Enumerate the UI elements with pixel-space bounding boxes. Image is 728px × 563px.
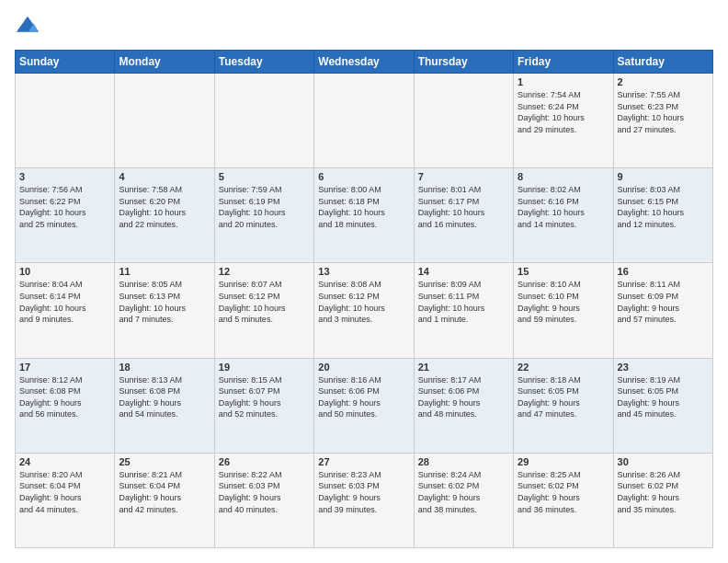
- calendar-week-row: 10Sunrise: 8:04 AM Sunset: 6:14 PM Dayli…: [16, 263, 713, 358]
- calendar-cell: 22Sunrise: 8:18 AM Sunset: 6:05 PM Dayli…: [514, 358, 613, 453]
- day-info: Sunrise: 8:12 AM Sunset: 6:08 PM Dayligh…: [19, 374, 110, 420]
- calendar-cell: 20Sunrise: 8:16 AM Sunset: 6:06 PM Dayli…: [314, 358, 414, 453]
- page: SundayMondayTuesdayWednesdayThursdayFrid…: [0, 0, 728, 563]
- calendar-cell: 30Sunrise: 8:26 AM Sunset: 6:02 PM Dayli…: [613, 453, 712, 547]
- day-info: Sunrise: 8:15 AM Sunset: 6:07 PM Dayligh…: [219, 374, 310, 420]
- day-of-week-header: Saturday: [613, 51, 712, 74]
- calendar-week-row: 24Sunrise: 8:20 AM Sunset: 6:04 PM Dayli…: [16, 453, 713, 547]
- day-info: Sunrise: 8:17 AM Sunset: 6:06 PM Dayligh…: [418, 374, 509, 420]
- calendar-cell: 9Sunrise: 8:03 AM Sunset: 6:15 PM Daylig…: [613, 168, 712, 263]
- day-number: 13: [318, 266, 409, 277]
- calendar-cell: 14Sunrise: 8:09 AM Sunset: 6:11 PM Dayli…: [414, 263, 513, 358]
- day-of-week-header: Wednesday: [314, 51, 414, 74]
- day-number: 2: [618, 76, 709, 87]
- day-of-week-header: Thursday: [414, 51, 513, 74]
- day-info: Sunrise: 8:24 AM Sunset: 6:02 PM Dayligh…: [418, 469, 509, 515]
- calendar-cell: 15Sunrise: 8:10 AM Sunset: 6:10 PM Dayli…: [514, 263, 613, 358]
- day-number: 3: [19, 171, 110, 182]
- calendar-cell: 3Sunrise: 7:56 AM Sunset: 6:22 PM Daylig…: [16, 168, 115, 263]
- day-info: Sunrise: 8:11 AM Sunset: 6:09 PM Dayligh…: [618, 279, 709, 325]
- day-number: 28: [418, 456, 509, 467]
- day-info: Sunrise: 8:21 AM Sunset: 6:04 PM Dayligh…: [119, 469, 210, 515]
- day-info: Sunrise: 8:00 AM Sunset: 6:18 PM Dayligh…: [318, 184, 409, 230]
- day-number: 30: [618, 456, 709, 467]
- day-info: Sunrise: 8:07 AM Sunset: 6:12 PM Dayligh…: [219, 279, 310, 325]
- calendar-cell: 26Sunrise: 8:22 AM Sunset: 6:03 PM Dayli…: [214, 453, 313, 547]
- day-info: Sunrise: 8:19 AM Sunset: 6:05 PM Dayligh…: [618, 374, 709, 420]
- calendar-cell: 13Sunrise: 8:08 AM Sunset: 6:12 PM Dayli…: [314, 263, 414, 358]
- calendar-cell: [314, 74, 414, 168]
- calendar-cell: 29Sunrise: 8:25 AM Sunset: 6:02 PM Dayli…: [514, 453, 613, 547]
- calendar-cell: 5Sunrise: 7:59 AM Sunset: 6:19 PM Daylig…: [214, 168, 313, 263]
- day-number: 29: [518, 456, 609, 467]
- calendar-cell: 27Sunrise: 8:23 AM Sunset: 6:03 PM Dayli…: [314, 453, 414, 547]
- day-number: 26: [219, 456, 310, 467]
- day-info: Sunrise: 8:25 AM Sunset: 6:02 PM Dayligh…: [518, 469, 609, 515]
- calendar-cell: 23Sunrise: 8:19 AM Sunset: 6:05 PM Dayli…: [613, 358, 712, 453]
- day-number: 1: [518, 76, 609, 87]
- day-info: Sunrise: 8:08 AM Sunset: 6:12 PM Dayligh…: [318, 279, 409, 325]
- day-info: Sunrise: 8:04 AM Sunset: 6:14 PM Dayligh…: [19, 279, 110, 325]
- day-number: 4: [119, 171, 210, 182]
- calendar-cell: 17Sunrise: 8:12 AM Sunset: 6:08 PM Dayli…: [16, 358, 115, 453]
- day-info: Sunrise: 8:01 AM Sunset: 6:17 PM Dayligh…: [418, 184, 509, 230]
- calendar-cell: 28Sunrise: 8:24 AM Sunset: 6:02 PM Dayli…: [414, 453, 513, 547]
- day-info: Sunrise: 8:22 AM Sunset: 6:03 PM Dayligh…: [219, 469, 310, 515]
- day-number: 16: [618, 266, 709, 277]
- calendar: SundayMondayTuesdayWednesdayThursdayFrid…: [15, 50, 713, 548]
- day-info: Sunrise: 8:02 AM Sunset: 6:16 PM Dayligh…: [518, 184, 609, 230]
- day-info: Sunrise: 8:09 AM Sunset: 6:11 PM Dayligh…: [418, 279, 509, 325]
- calendar-cell: [115, 74, 214, 168]
- day-number: 27: [318, 456, 409, 467]
- day-number: 7: [418, 171, 509, 182]
- calendar-cell: 16Sunrise: 8:11 AM Sunset: 6:09 PM Dayli…: [613, 263, 712, 358]
- day-of-week-header: Friday: [514, 51, 613, 74]
- day-number: 18: [119, 362, 210, 373]
- calendar-week-row: 17Sunrise: 8:12 AM Sunset: 6:08 PM Dayli…: [16, 358, 713, 453]
- calendar-cell: 21Sunrise: 8:17 AM Sunset: 6:06 PM Dayli…: [414, 358, 513, 453]
- day-number: 22: [518, 362, 609, 373]
- day-info: Sunrise: 8:16 AM Sunset: 6:06 PM Dayligh…: [318, 374, 409, 420]
- day-number: 17: [19, 362, 110, 373]
- day-number: 24: [19, 456, 110, 467]
- calendar-cell: [214, 74, 313, 168]
- calendar-body: 1Sunrise: 7:54 AM Sunset: 6:24 PM Daylig…: [16, 74, 713, 548]
- day-of-week-header: Sunday: [16, 51, 115, 74]
- calendar-cell: 1Sunrise: 7:54 AM Sunset: 6:24 PM Daylig…: [514, 74, 613, 168]
- day-number: 12: [219, 266, 310, 277]
- calendar-cell: 18Sunrise: 8:13 AM Sunset: 6:08 PM Dayli…: [115, 358, 214, 453]
- day-info: Sunrise: 8:05 AM Sunset: 6:13 PM Dayligh…: [119, 279, 210, 325]
- day-number: 11: [119, 266, 210, 277]
- day-number: 20: [318, 362, 409, 373]
- day-info: Sunrise: 7:55 AM Sunset: 6:23 PM Dayligh…: [618, 89, 709, 135]
- day-info: Sunrise: 8:18 AM Sunset: 6:05 PM Dayligh…: [518, 374, 609, 420]
- day-number: 15: [518, 266, 609, 277]
- day-info: Sunrise: 8:26 AM Sunset: 6:02 PM Dayligh…: [618, 469, 709, 515]
- calendar-week-row: 3Sunrise: 7:56 AM Sunset: 6:22 PM Daylig…: [16, 168, 713, 263]
- calendar-cell: 25Sunrise: 8:21 AM Sunset: 6:04 PM Dayli…: [115, 453, 214, 547]
- calendar-cell: 19Sunrise: 8:15 AM Sunset: 6:07 PM Dayli…: [214, 358, 313, 453]
- calendar-cell: 8Sunrise: 8:02 AM Sunset: 6:16 PM Daylig…: [514, 168, 613, 263]
- day-info: Sunrise: 7:58 AM Sunset: 6:20 PM Dayligh…: [119, 184, 210, 230]
- day-info: Sunrise: 8:03 AM Sunset: 6:15 PM Dayligh…: [618, 184, 709, 230]
- day-number: 5: [219, 171, 310, 182]
- day-of-week-header: Monday: [115, 51, 214, 74]
- day-number: 6: [318, 171, 409, 182]
- day-info: Sunrise: 8:20 AM Sunset: 6:04 PM Dayligh…: [19, 469, 110, 515]
- calendar-cell: [16, 74, 115, 168]
- day-number: 14: [418, 266, 509, 277]
- day-number: 19: [219, 362, 310, 373]
- day-info: Sunrise: 8:13 AM Sunset: 6:08 PM Dayligh…: [119, 374, 210, 420]
- day-info: Sunrise: 7:59 AM Sunset: 6:19 PM Dayligh…: [219, 184, 310, 230]
- day-number: 10: [19, 266, 110, 277]
- day-number: 23: [618, 362, 709, 373]
- day-info: Sunrise: 8:10 AM Sunset: 6:10 PM Dayligh…: [518, 279, 609, 325]
- calendar-week-row: 1Sunrise: 7:54 AM Sunset: 6:24 PM Daylig…: [16, 74, 713, 168]
- logo: [15, 15, 44, 40]
- calendar-cell: 11Sunrise: 8:05 AM Sunset: 6:13 PM Dayli…: [115, 263, 214, 358]
- calendar-cell: 24Sunrise: 8:20 AM Sunset: 6:04 PM Dayli…: [16, 453, 115, 547]
- day-number: 8: [518, 171, 609, 182]
- day-info: Sunrise: 7:56 AM Sunset: 6:22 PM Dayligh…: [19, 184, 110, 230]
- day-number: 21: [418, 362, 509, 373]
- day-number: 9: [618, 171, 709, 182]
